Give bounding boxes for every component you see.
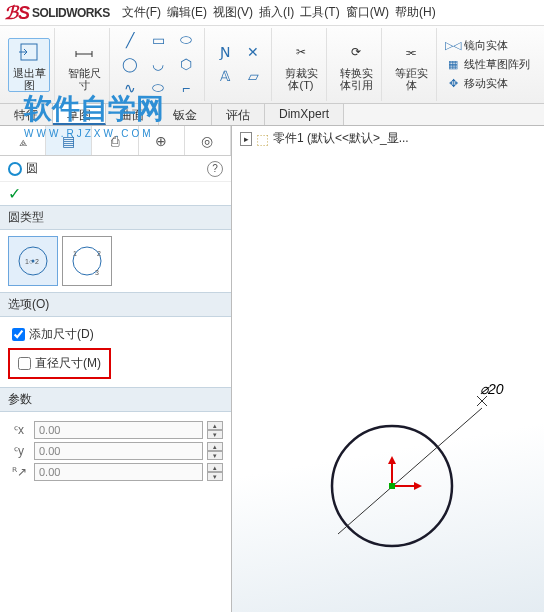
three-point-circle-button[interactable]: 123 (62, 236, 112, 286)
watermark: 软件自学网 WWW.RJZXW.COM (24, 90, 164, 139)
section-circle-type: 圆类型 (0, 205, 231, 230)
smart-dimension-button[interactable]: 智能尺寸 (63, 39, 105, 91)
spin-up-icon[interactable]: ▴ (207, 421, 223, 430)
app-name: SOLIDWORKS (32, 6, 110, 20)
svg-rect-12 (389, 483, 395, 489)
point-icon[interactable]: ✕ (241, 42, 265, 62)
plane-tool-icon[interactable]: ▱ (241, 66, 265, 86)
help-icon[interactable]: ? (207, 161, 223, 177)
param-x-input[interactable] (34, 421, 203, 439)
linear-pattern-button[interactable]: ▦线性草图阵列 (445, 57, 530, 73)
tab-dimxpert[interactable]: DimXpert (265, 104, 344, 125)
menu-view[interactable]: 视图(V) (213, 4, 253, 21)
menu-tools[interactable]: 工具(T) (300, 4, 339, 21)
param-r-input[interactable] (34, 463, 203, 481)
convert-icon: ⟳ (343, 39, 369, 65)
menu-edit[interactable]: 编辑(E) (167, 4, 207, 21)
exit-sketch-icon (16, 39, 42, 65)
diameter-dimension-checkbox[interactable]: 直径尺寸(M) (18, 355, 101, 372)
spin-down-icon[interactable]: ▾ (207, 430, 223, 439)
trim-icon: ✂ (288, 39, 314, 65)
mirror-icon: ▷◁ (445, 38, 461, 54)
flyout-tree[interactable]: ▸ ⬚ 零件1 (默认<<默认>_显... (240, 130, 409, 147)
text-tool-icon[interactable]: 𝔸 (213, 66, 237, 86)
spin-up-icon[interactable]: ▴ (207, 442, 223, 451)
param-y-icon: ᶜy (8, 442, 30, 460)
param-y-input[interactable] (34, 442, 203, 460)
tab-evaluate[interactable]: 评估 (212, 104, 265, 125)
offset-icon: ⫘ (398, 39, 424, 65)
arc-tool-icon[interactable]: ◡ (146, 54, 170, 74)
svg-line-9 (338, 408, 482, 534)
sketch-drawing: ⌀20 (252, 326, 542, 586)
param-radius-icon: ᴿ↗ (8, 463, 30, 481)
rect-tool-icon[interactable]: ▭ (146, 30, 170, 50)
spin-down-icon[interactable]: ▾ (207, 472, 223, 481)
offset-button[interactable]: ⫘ 等距实体 (390, 39, 432, 91)
mirror-button[interactable]: ▷◁镜向实体 (445, 38, 530, 54)
tab-sheetmetal[interactable]: 钣金 (159, 104, 212, 125)
param-x-icon: ᶜx (8, 421, 30, 439)
appearance-tab-icon[interactable]: ◎ (185, 126, 231, 155)
svg-text:1: 1 (73, 250, 77, 257)
trim-button[interactable]: ✂ 剪裁实体(T) (280, 39, 322, 91)
move-button[interactable]: ✥移动实体 (445, 76, 530, 92)
menu-window[interactable]: 窗口(W) (346, 4, 389, 21)
menu-bar: 文件(F) 编辑(E) 视图(V) 插入(I) 工具(T) 窗口(W) 帮助(H… (122, 4, 436, 21)
section-options: 选项(O) (0, 292, 231, 317)
move-icon: ✥ (445, 76, 461, 92)
menu-insert[interactable]: 插入(I) (259, 4, 294, 21)
collapse-icon[interactable]: ▸ (240, 132, 252, 146)
exit-sketch-button[interactable]: 退出草图 (8, 38, 50, 92)
ok-check-icon[interactable]: ✓ (0, 182, 231, 205)
diameter-label: ⌀20 (480, 381, 504, 397)
svg-text:3: 3 (95, 269, 99, 276)
svg-text:2: 2 (97, 250, 101, 257)
property-manager: ⟁ ▤ ⎙ ⊕ ◎ 圆 ? ✓ 圆类型 1○ 2 123 选项(O) 添加尺寸(… (0, 126, 232, 612)
spin-down-icon[interactable]: ▾ (207, 451, 223, 460)
spin-up-icon[interactable]: ▴ (207, 463, 223, 472)
menu-file[interactable]: 文件(F) (122, 4, 161, 21)
menu-help[interactable]: 帮助(H) (395, 4, 436, 21)
center-radius-circle-button[interactable]: 1○ 2 (8, 236, 58, 286)
circle-tool-icon[interactable]: ◯ (118, 54, 142, 74)
ribbon-right-group: ▷◁镜向实体 ▦线性草图阵列 ✥移动实体 (441, 28, 534, 101)
dimension-icon (71, 39, 97, 65)
title-bar: ℬS SOLIDWORKS 文件(F) 编辑(E) 视图(V) 插入(I) 工具… (0, 0, 544, 26)
sw-logo-icon: ℬS (4, 2, 30, 24)
spline2-icon[interactable]: Ɲ (213, 42, 237, 62)
line-tool-icon[interactable]: ╱ (118, 30, 142, 50)
convert-button[interactable]: ⟳ 转换实体引用 (335, 39, 377, 91)
sketch-tools-grid: ╱ ▭ ⬭ ◯ ◡ ⬡ ∿ ⬭ ⌐ (118, 30, 200, 100)
pattern-icon: ▦ (445, 57, 461, 73)
part-name: 零件1 (默认<<默认>_显... (273, 130, 409, 147)
part-icon: ⬚ (256, 131, 269, 147)
polygon-tool-icon[interactable]: ⬡ (174, 54, 198, 74)
slot-tool-icon[interactable]: ⬭ (174, 30, 198, 50)
pm-title: 圆 (26, 160, 38, 177)
diameter-dimension-highlight: 直径尺寸(M) (8, 348, 111, 379)
fillet-tool-icon[interactable]: ⌐ (174, 78, 198, 98)
add-dimension-checkbox[interactable]: 添加尺寸(D) (12, 326, 219, 343)
section-params: 参数 (0, 387, 231, 412)
svg-text:1○ 2: 1○ 2 (25, 258, 39, 265)
circle-feature-icon (8, 162, 22, 176)
graphics-area[interactable]: ▸ ⬚ 零件1 (默认<<默认>_显... ⌀20 (232, 126, 544, 612)
